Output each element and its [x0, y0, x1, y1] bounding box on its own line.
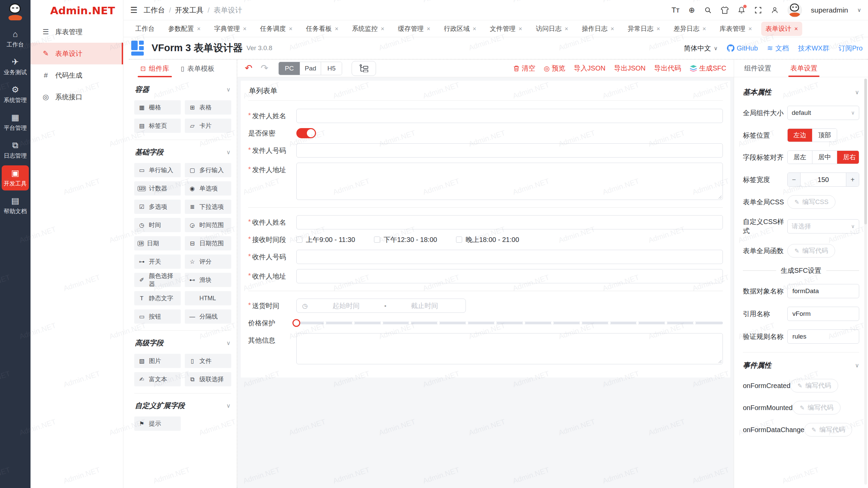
widget-分隔线[interactable]: —分隔线 [185, 309, 231, 324]
tab-close-icon[interactable]: × [519, 26, 522, 32]
page-tab-操作日志[interactable]: 操作日志× [577, 22, 619, 36]
breadcrumb-item[interactable]: 开发工具 [175, 5, 203, 15]
widget-时间范围[interactable]: ◶时间范围 [185, 218, 231, 232]
widget-表格[interactable]: ⊞表格 [185, 100, 231, 115]
rail-item-帮助文档[interactable]: ▤帮助文档 [2, 193, 29, 218]
user-avatar[interactable] [788, 3, 802, 17]
code-editor-button[interactable]: ✎编写代码 [787, 244, 835, 258]
tab-close-icon[interactable]: × [656, 26, 660, 32]
stepper-minus-button[interactable]: − [788, 173, 801, 186]
widget-HTML[interactable]: HTML [185, 291, 231, 305]
section-chevron-down-icon[interactable]: ∨ [226, 86, 231, 93]
segment-option-顶部[interactable]: 顶部 [812, 129, 837, 142]
text-input[interactable]: vForm [787, 307, 859, 321]
settings-scrollbar[interactable] [864, 79, 867, 485]
translate-icon[interactable]: ⊕ [689, 6, 695, 14]
sidebar-item-代码生成[interactable]: #代码生成 [31, 64, 123, 86]
action-导出JSON[interactable]: 导出JSON [614, 64, 646, 73]
sidebar-item-表单设计[interactable]: ✎表单设计 [31, 43, 123, 64]
profile-person-icon[interactable] [771, 6, 778, 14]
section-chevron-down-icon[interactable]: ∨ [226, 149, 231, 156]
widget-日期[interactable]: 19日期 [134, 236, 181, 250]
device-button-Pad[interactable]: Pad [300, 62, 321, 75]
scrollbar-thumb[interactable] [864, 79, 867, 224]
widget-文件[interactable]: ▯文件 [185, 354, 231, 368]
tab-close-icon[interactable]: × [289, 26, 293, 32]
tab-close-icon[interactable]: × [381, 26, 384, 32]
code-editor-button[interactable]: ✎编写代码 [804, 423, 852, 436]
widget-单选项[interactable]: ◉单选项 [185, 181, 231, 196]
checkbox-option[interactable]: 晚上18:00 - 21:00 [456, 235, 519, 244]
section-chevron-down-icon[interactable]: ∨ [855, 89, 859, 96]
panel-tab-组件库[interactable]: ⊡组件库 [140, 60, 169, 77]
breadcrumb-item[interactable]: 工作台 [144, 5, 165, 15]
language-select[interactable]: 简体中文 ∨ [684, 44, 718, 53]
text-input[interactable]: formData [787, 284, 859, 298]
text-input[interactable] [296, 215, 723, 229]
action-生成SFC[interactable]: 生成SFC [690, 64, 726, 73]
segment-option-居中[interactable]: 居中 [812, 151, 837, 164]
link-文档[interactable]: ≋文档 [767, 44, 789, 53]
text-input[interactable] [296, 109, 723, 123]
widget-卡片[interactable]: ▱卡片 [185, 119, 231, 133]
rail-item-系统管理[interactable]: ⚙系统管理 [2, 82, 29, 107]
widget-评分[interactable]: ☆评分 [185, 255, 231, 269]
page-tab-工作台[interactable]: 工作台 [131, 22, 159, 36]
rail-item-开发工具[interactable]: ▣开发工具 [2, 165, 29, 190]
page-tab-字典管理[interactable]: 字典管理× [210, 22, 251, 36]
fullscreen-icon[interactable] [754, 6, 762, 14]
widget-section-header[interactable]: 基础字段∨ [135, 147, 231, 157]
tab-close-icon[interactable]: × [473, 26, 476, 32]
page-tab-库表管理[interactable]: 库表管理× [715, 22, 756, 36]
checkbox-box[interactable] [456, 237, 462, 243]
tab-close-icon[interactable]: × [611, 26, 614, 32]
widget-section-header[interactable]: 容器∨ [135, 85, 231, 94]
device-button-PC[interactable]: PC [279, 62, 300, 75]
checkbox-box[interactable] [296, 237, 302, 243]
link-技术WX群[interactable]: 技术WX群 [798, 44, 829, 53]
widget-静态文字[interactable]: T静态文字 [134, 291, 181, 305]
widget-颜色选择器[interactable]: ✐颜色选择器 [134, 273, 181, 287]
user-chevron-down-icon[interactable]: ∨ [857, 7, 861, 13]
widget-section-header[interactable]: 高级字段∨ [135, 338, 231, 348]
code-editor-button[interactable]: ✎编写代码 [790, 379, 838, 392]
settings-section-header[interactable]: 基本属性∨ [743, 87, 859, 97]
widget-栅格[interactable]: ▦栅格 [134, 100, 181, 115]
page-tab-访问日志[interactable]: 访问日志× [531, 22, 573, 36]
page-tab-异常日志[interactable]: 异常日志× [623, 22, 665, 36]
tab-close-icon[interactable]: × [748, 26, 752, 32]
theme-shirt-icon[interactable] [721, 6, 729, 14]
settings-tab-表单设置[interactable]: 表单设置 [790, 60, 817, 77]
form-canvas[interactable]: 单列表单 *发件人姓名是否保密*发件人号码*发件人地址*收件人姓名*接收时间段上… [237, 77, 734, 488]
page-tab-任务调度[interactable]: 任务调度× [256, 22, 297, 36]
select-control[interactable]: 请选择∨ [787, 219, 859, 233]
tab-close-icon[interactable]: × [197, 26, 201, 32]
action-导入JSON[interactable]: 导入JSON [574, 64, 605, 73]
segment-option-居左[interactable]: 居左 [788, 151, 812, 164]
checkbox-box[interactable] [374, 237, 380, 243]
stepper-plus-button[interactable]: + [846, 173, 859, 186]
widget-图片[interactable]: ▧图片 [134, 354, 181, 368]
tab-close-icon[interactable]: × [243, 26, 247, 32]
widget-标签页[interactable]: ▤标签页 [134, 119, 181, 133]
tab-close-icon[interactable]: × [794, 26, 798, 32]
widget-按钮[interactable]: ▭按钮 [134, 309, 181, 324]
textarea-input[interactable] [296, 163, 723, 200]
rail-item-业务测试[interactable]: ✈业务测试 [2, 54, 29, 79]
stepper-value[interactable]: 150 [801, 173, 846, 186]
code-editor-button[interactable]: ✎编写代码 [793, 401, 841, 414]
widget-滑块[interactable]: ⊷滑块 [185, 273, 231, 287]
section-chevron-down-icon[interactable]: ∨ [855, 362, 859, 369]
action-导出代码[interactable]: 导出代码 [654, 64, 681, 73]
text-input[interactable] [296, 269, 723, 283]
widget-多选项[interactable]: ☑多选项 [134, 200, 181, 214]
tab-close-icon[interactable]: × [427, 26, 431, 32]
text-input[interactable] [296, 143, 723, 158]
tab-close-icon[interactable]: × [565, 26, 568, 32]
undo-icon[interactable]: ↶ [245, 64, 253, 73]
checkbox-option[interactable]: 上午9:00 - 11:30 [296, 235, 355, 244]
widget-时间[interactable]: ◷时间 [134, 218, 181, 232]
collapse-menu-icon[interactable]: ☰ [130, 5, 138, 15]
segment-option-居右[interactable]: 居右 [837, 151, 859, 164]
page-tab-差异日志[interactable]: 差异日志× [669, 22, 711, 36]
